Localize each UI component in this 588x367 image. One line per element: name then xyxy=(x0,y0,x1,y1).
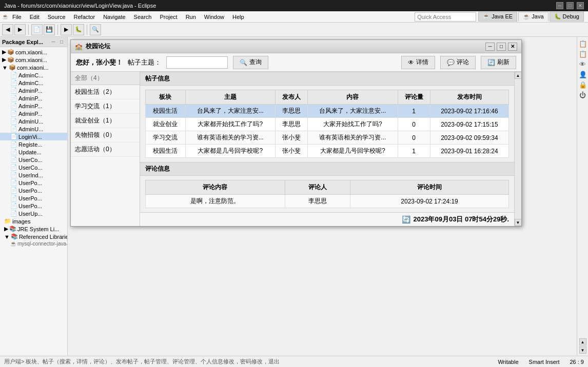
perspective-java[interactable]: ☕ Java xyxy=(518,12,548,22)
minimize-button[interactable]: ─ xyxy=(556,2,563,9)
post-row[interactable]: 学习交流谁有英语相关的学习资...张小斐谁有英语相关的学习资...02023-0… xyxy=(146,131,509,145)
right-icon-2[interactable]: 👁 xyxy=(578,59,587,69)
toolbar-save[interactable]: 💾 xyxy=(44,24,55,35)
tree-item-10[interactable]: 📄 AdminU... xyxy=(0,125,67,133)
tree-item-5[interactable]: 📄 AdminP... xyxy=(0,87,67,94)
nav-item-2[interactable]: 就业创业（1） xyxy=(71,114,140,128)
tree-item-1[interactable]: ▶ 📦 com.xiaoni... xyxy=(0,56,67,64)
detail-button[interactable]: 👁 详情 xyxy=(401,56,435,69)
tree-item-8[interactable]: 📄 AdminP... xyxy=(0,110,67,117)
tree-item-13[interactable]: 📄 Update... xyxy=(0,148,67,156)
panel-minimize[interactable]: ─ xyxy=(50,38,57,46)
pkg-icon: 📦 xyxy=(7,49,14,55)
tree-item-19[interactable]: 📄 UserPo... xyxy=(0,194,67,202)
right-scroll-down[interactable]: ▼ xyxy=(579,346,586,354)
col-commenter: 评论人 xyxy=(285,180,350,195)
pkg-icon: 📦 xyxy=(7,56,14,63)
close-button[interactable]: ✕ xyxy=(577,2,584,9)
toolbar-search[interactable]: 🔍 xyxy=(90,24,101,35)
menu-refactor[interactable]: Refactor xyxy=(70,13,100,21)
toolbar-debug[interactable]: 🐛 xyxy=(73,24,84,35)
toolbar-run[interactable]: ▶ xyxy=(61,24,72,35)
search-button[interactable]: 🔍 查询 xyxy=(233,56,268,69)
menu-file[interactable]: File xyxy=(8,13,26,21)
menu-project[interactable]: Project xyxy=(155,13,181,21)
tree-item-4[interactable]: 📄 AdminC... xyxy=(0,79,67,87)
right-icon-0[interactable]: 📋 xyxy=(578,39,587,48)
nav-item-1[interactable]: 学习交流（1） xyxy=(71,99,140,114)
right-icon-3[interactable]: 👤 xyxy=(578,70,587,79)
app-icon: ☕ xyxy=(2,14,8,19)
menu-run[interactable]: Run xyxy=(182,13,200,21)
menu-source[interactable]: Source xyxy=(44,13,70,21)
scroll-up[interactable]: ▲ xyxy=(515,72,522,79)
menu-help[interactable]: Help xyxy=(228,13,248,21)
tree-item-15[interactable]: 📄 UserCo... xyxy=(0,164,67,171)
col-comment-content: 评论内容 xyxy=(146,180,285,195)
toolbar-back[interactable]: ◀ xyxy=(2,24,13,35)
tree-item-21[interactable]: 📄 UserUp... xyxy=(0,210,67,217)
tree-item-18[interactable]: 📄 UserPo... xyxy=(0,187,67,194)
tree-item-20[interactable]: 📄 UserPo... xyxy=(0,202,67,210)
tree-item-2[interactable]: ▼ 📦 com.xiaoni... xyxy=(0,64,67,71)
tree-label: com.xiaoni... xyxy=(15,49,47,55)
tree-item-3[interactable]: 📄 AdminC... xyxy=(0,71,67,79)
tree-item-14[interactable]: 📄 UserCo... xyxy=(0,156,67,164)
tree-item-6[interactable]: 📄 AdminP... xyxy=(0,94,67,102)
perspective-debug[interactable]: 🐛 Debug xyxy=(550,12,584,22)
dialog-maximize[interactable]: □ xyxy=(497,43,506,51)
right-icon-5[interactable]: ⏻ xyxy=(578,90,587,99)
dialog-minimize[interactable]: ─ xyxy=(485,43,495,51)
col-board: 板块 xyxy=(146,90,186,105)
dialog-close[interactable]: ✕ xyxy=(508,43,517,51)
panel-maximize[interactable]: □ xyxy=(58,38,65,46)
perspective-javaee[interactable]: ☕ Java EE xyxy=(478,12,517,22)
maximize-button[interactable]: □ xyxy=(566,2,574,9)
refresh-button[interactable]: 🔄 刷新 xyxy=(481,56,516,69)
col-comment-time: 评论时间 xyxy=(350,180,509,195)
post-cell-author: 李思思 xyxy=(275,118,307,131)
tree-item-22[interactable]: 📁 images xyxy=(0,217,67,225)
post-row[interactable]: 校园生活大家都是几号回学校呢?张小斐大家都是几号回学校呢?12023-09-01… xyxy=(146,145,509,158)
right-icon-4[interactable]: 🔒 xyxy=(578,80,587,89)
tree-label: Referenced Libraries xyxy=(19,234,67,240)
right-scroll-up[interactable]: ▲ xyxy=(579,338,586,345)
nav-item-3[interactable]: 失物招领（0） xyxy=(71,128,140,142)
tree-arrow: ▼ xyxy=(2,65,8,71)
tree-item-16[interactable]: 📄 UserInd... xyxy=(0,171,67,179)
file-icon: 📄 xyxy=(10,164,17,171)
right-icon-1[interactable]: 📋 xyxy=(578,49,587,58)
nav-item-4[interactable]: 志愿活动（0） xyxy=(71,142,140,157)
nav-header: 全部（4） xyxy=(71,72,140,85)
tree-item-17[interactable]: 📄 UserPo... xyxy=(0,179,67,187)
comment-cell-content: 是啊，注意防范。 xyxy=(146,195,285,208)
tree-item-7[interactable]: 📄 AdminP... xyxy=(0,102,67,110)
tree-item-23[interactable]: ▶ 📚 JRE System Li... xyxy=(0,225,67,233)
comment-row[interactable]: 是啊，注意防范。李思思2023-09-02 17:24:19 xyxy=(146,195,509,208)
tree-item-12[interactable]: 📄 Registe... xyxy=(0,140,67,148)
vertical-scrollbar[interactable]: ▲ ▼ xyxy=(514,72,521,226)
file-icon: 📄 xyxy=(10,133,17,140)
menu-edit[interactable]: Edit xyxy=(26,13,44,21)
quick-access-input[interactable] xyxy=(415,12,476,22)
file-icon: 📄 xyxy=(10,141,17,148)
menu-search[interactable]: Search xyxy=(130,13,156,21)
post-cell-subject: 大家都是几号回学校呢? xyxy=(185,145,275,158)
tree-item-0[interactable]: ▶ 📦 com.xiaoni... xyxy=(0,48,67,56)
tree-item-24[interactable]: ▼ 📚 Referenced Libraries xyxy=(0,233,67,240)
tree-item-11[interactable]: 📄 LoginVi... xyxy=(0,133,67,140)
scroll-track[interactable] xyxy=(515,79,522,219)
search-input[interactable] xyxy=(166,56,228,69)
toolbar-new[interactable]: 📄 xyxy=(31,24,43,35)
tree-item-9[interactable]: 📄 AdminU... xyxy=(0,117,67,125)
post-row[interactable]: 就业创业大家都开始找工作了吗?李思思大家开始找工作了吗?02023-09-02 … xyxy=(146,118,509,131)
menu-navigate[interactable]: Navigate xyxy=(99,13,129,21)
scroll-down[interactable]: ▼ xyxy=(515,219,522,226)
tree-item-25[interactable]: ☕ mysql-connector-java-8.0.11.jar... xyxy=(0,240,67,247)
file-icon: 📄 xyxy=(10,195,17,201)
nav-item-0[interactable]: 校园生活（2） xyxy=(71,85,140,99)
menu-window[interactable]: Window xyxy=(200,13,228,21)
toolbar-forward[interactable]: ▶ xyxy=(14,24,26,35)
comment-button[interactable]: 💬 评论 xyxy=(440,56,476,69)
post-row[interactable]: 校园生活台风来了，大家注意安...李思思台风来了，大家注意安...12023-0… xyxy=(146,105,509,118)
